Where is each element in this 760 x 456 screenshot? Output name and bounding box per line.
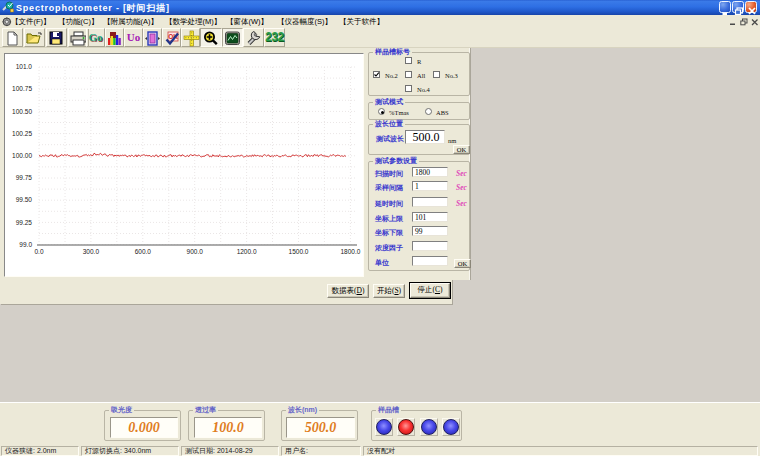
svg-text:101.0: 101.0 <box>16 63 33 70</box>
svg-text:100.00: 100.00 <box>12 152 32 159</box>
svg-text:0.0: 0.0 <box>34 248 43 255</box>
svg-text:99.75: 99.75 <box>16 174 33 181</box>
svg-text:1800.0: 1800.0 <box>340 248 360 255</box>
svg-text:100.25: 100.25 <box>12 130 32 137</box>
svg-text:1200.0: 1200.0 <box>237 248 257 255</box>
svg-text:300.0: 300.0 <box>83 248 100 255</box>
svg-text:100.50: 100.50 <box>12 108 32 115</box>
svg-text:1500.0: 1500.0 <box>289 248 309 255</box>
svg-text:99.25: 99.25 <box>16 219 33 226</box>
svg-text:99.0: 99.0 <box>19 241 32 248</box>
svg-text:99.50: 99.50 <box>16 196 33 203</box>
svg-text:600.0: 600.0 <box>135 248 152 255</box>
svg-text:100.75: 100.75 <box>12 85 32 92</box>
svg-text:900.0: 900.0 <box>187 248 204 255</box>
